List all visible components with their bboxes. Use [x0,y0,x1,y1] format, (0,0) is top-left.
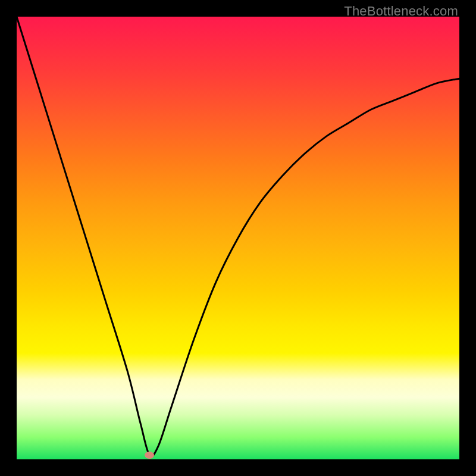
min-marker [145,452,154,459]
bottleneck-curve [17,17,459,456]
curve-svg [17,17,459,459]
plot-area [17,17,459,459]
watermark-text: TheBottleneck.com [344,4,458,19]
chart-frame: TheBottleneck.com [0,0,476,476]
